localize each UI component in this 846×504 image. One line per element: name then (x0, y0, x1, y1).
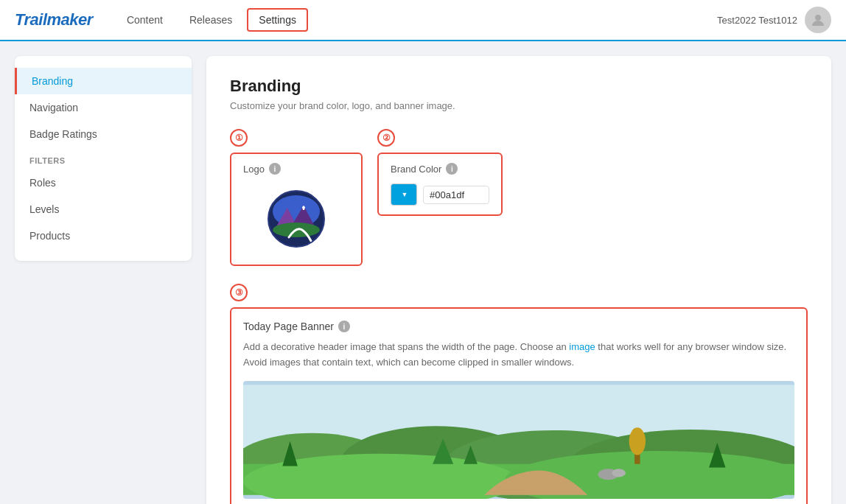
sidebar-item-levels[interactable]: Levels (15, 196, 192, 223)
page-subtitle: Customize your brand color, logo, and ba… (230, 100, 808, 111)
logo-box-header: Logo i (243, 163, 349, 175)
color-swatch-button[interactable]: ▼ (391, 183, 417, 206)
banner-info-icon[interactable]: i (338, 321, 350, 332)
svg-point-26 (612, 469, 626, 477)
sidebar-item-navigation[interactable]: Navigation (15, 94, 192, 121)
brand-color-section-number: ② (377, 129, 395, 147)
sidebar-item-branding[interactable]: Branding (15, 68, 192, 94)
logo-svg-image (259, 189, 333, 248)
branding-card: Branding Customize your brand color, log… (206, 56, 831, 504)
filters-section-label: FILTERS (15, 147, 192, 169)
page-layout: Branding Navigation Badge Ratings FILTER… (0, 41, 846, 504)
sidebar-item-roles[interactable]: Roles (15, 169, 192, 196)
brand-color-box: Brand Color i ▼ (377, 153, 503, 216)
branding-row: ① Logo i (230, 129, 808, 266)
logo-image-container[interactable] (243, 182, 349, 256)
nav-item-content[interactable]: Content (115, 8, 175, 32)
main-content: Branding Customize your brand color, log… (206, 56, 831, 504)
banner-image-container[interactable] (243, 381, 794, 499)
banner-label: Today Page Banner (243, 321, 334, 332)
sidebar: Branding Navigation Badge Ratings FILTER… (15, 56, 192, 261)
sidebar-item-products[interactable]: Products (15, 223, 192, 249)
logo-info-icon[interactable]: i (269, 163, 281, 175)
brand-color-section: ② Brand Color i ▼ (377, 129, 503, 216)
caret-icon: ▼ (402, 191, 408, 198)
user-section: Test2022 Test1012 (717, 7, 831, 33)
logo-section: ① Logo i (230, 129, 363, 266)
banner-link-image[interactable]: image (569, 341, 595, 352)
banner-section: ③ Today Page Banner i Add a decorative h… (230, 284, 808, 504)
sidebar-item-badge-ratings[interactable]: Badge Ratings (15, 121, 192, 147)
logo-label: Logo (243, 164, 265, 175)
brand-color-info-icon[interactable]: i (446, 163, 458, 175)
nav-links: Content Releases Settings (115, 8, 717, 32)
logo-box: Logo i (230, 153, 363, 266)
banner-header: Today Page Banner i (243, 321, 794, 332)
user-name-label: Test2022 Test1012 (717, 15, 797, 26)
brand-color-label: Brand Color (391, 164, 441, 175)
app-logo: Trailmaker (15, 10, 93, 29)
nav-item-releases[interactable]: Releases (178, 8, 244, 32)
banner-description: Add a decorative header image that spans… (243, 340, 794, 371)
svg-point-0 (815, 15, 821, 21)
page-title: Branding (230, 77, 808, 96)
color-input-row: ▼ (391, 183, 489, 206)
top-navigation: Trailmaker Content Releases Settings Tes… (0, 0, 846, 41)
landscape-svg (243, 381, 794, 499)
svg-point-22 (629, 427, 646, 455)
color-hex-input[interactable] (423, 186, 489, 204)
nav-item-settings[interactable]: Settings (247, 8, 308, 32)
brand-color-header: Brand Color i (391, 163, 489, 175)
user-avatar[interactable] (805, 7, 831, 33)
logo-section-number: ① (230, 129, 248, 147)
banner-section-number: ③ (230, 284, 248, 301)
banner-box: Today Page Banner i Add a decorative hea… (230, 307, 808, 504)
